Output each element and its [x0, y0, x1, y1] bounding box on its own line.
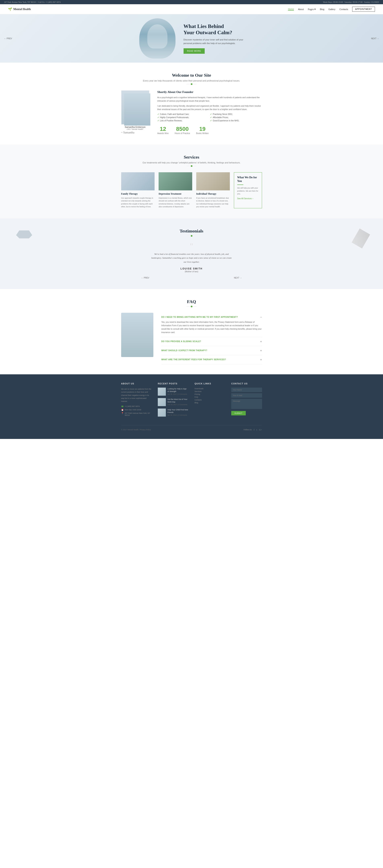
footer-post-1: Looking for Help is Sign of Strength Apr… [158, 388, 189, 396]
footer-address: 📍 267 Park Avenue New York, NY 90210 [121, 412, 152, 416]
about-para2: I am dedicated to being friendly, discip… [157, 104, 262, 111]
founder-image-outer [121, 90, 149, 125]
about-checkmarks: Culture, Faith and Spiritual Care; Pract… [157, 113, 262, 122]
twitter-icon[interactable]: t [256, 429, 257, 431]
faq-item-3: WHAT SHOULD I EXPECT FROM THERAPY? + [161, 346, 262, 355]
stat-awards: 12 Awards Won [157, 126, 169, 134]
faq-minus-icon: − [260, 316, 262, 319]
welcome-divider [187, 84, 197, 84]
testimonials-divider [187, 236, 197, 236]
footer-bottom: © 2017 Mental Health. Privacy Policy Fol… [121, 425, 262, 431]
check-2: Practising Since 2001; [210, 113, 262, 115]
about-content: Shortly About Our Founder As a psycholog… [157, 90, 262, 134]
faq-container: DO I NEED TO BRING ANYTHING WITH ME TO M… [121, 313, 262, 364]
nav-blog[interactable]: Blog [320, 8, 324, 10]
stat-hours-num: 8500 [175, 126, 190, 132]
footer-link-blog[interactable]: Blog [195, 402, 225, 404]
nav-about[interactable]: About [298, 8, 304, 10]
post-title-3[interactable]: Help Your Child Find New Friends [167, 408, 189, 413]
logo[interactable]: 🌱 Mental Health [8, 7, 31, 11]
what-we-do-divider [237, 185, 243, 185]
logo-text: Mental Health [13, 8, 31, 11]
appointment-button[interactable]: APPOINTMENT [352, 7, 375, 12]
footer-email-input[interactable] [231, 393, 262, 398]
footer-link-downloads[interactable]: Downloads [195, 388, 225, 390]
hero-next-button[interactable]: NEXT → [371, 37, 379, 40]
nav-home[interactable]: Home [288, 8, 294, 11]
footer-form: SUBMIT [231, 388, 262, 415]
nav-gallery[interactable]: Gallery [328, 8, 336, 10]
phone-icon: ☎ [121, 405, 124, 407]
footer-link-contacts[interactable]: Contacts [195, 399, 225, 401]
services-grid: Family Therapy Our approach towards coup… [121, 172, 262, 208]
footer-submit-button[interactable]: SUBMIT [231, 411, 246, 415]
hero-subtitle: Discover mysteries of your inner self an… [184, 38, 244, 45]
faq-divider [187, 306, 197, 307]
faq-image [121, 313, 153, 357]
hero-image [139, 18, 175, 59]
what-we-do-card: What We Do for You We will help you with… [234, 172, 262, 208]
chevron-down-icon: ▾ [314, 8, 316, 11]
check-4: Affordable Prices; [210, 116, 262, 119]
copyright-text: © 2017 Mental Health. Privacy Policy [121, 429, 151, 431]
footer-link-services[interactable]: Services [195, 391, 225, 393]
footer-contact-col: CONTACT US SUBMIT [231, 382, 262, 419]
testimonial-role: (Mother of two) [8, 271, 375, 273]
googleplus-icon[interactable]: G+ [259, 429, 262, 431]
post-thumb-3 [158, 408, 166, 416]
hero-prev-button[interactable]: ← PREV [4, 37, 12, 40]
stat-hours: 8500 Hours of Practice [175, 126, 190, 134]
post-info-2: Get the Most Out of Your Work Day Feb 18… [167, 398, 189, 406]
founder-image-wrap: Samantha Emberson CEO "Mental Health" ~ … [121, 90, 149, 134]
footer-contact-title: CONTACT US [231, 382, 262, 385]
stat-awards-num: 12 [157, 126, 169, 132]
check-3: Highly Competent Professionals; [157, 116, 209, 119]
faq-question-2[interactable]: DO YOU PROVIDE A SLIDING SCALE? + [161, 340, 262, 343]
faq-question-1[interactable]: DO I NEED TO BRING ANYTHING WITH ME TO M… [161, 316, 262, 319]
services-title: Services [8, 155, 375, 160]
footer-message-input[interactable] [231, 399, 262, 409]
about-title: Shortly About Our Founder [157, 90, 262, 94]
service-family-image [121, 172, 155, 190]
faq-plus-icon-3: + [260, 349, 262, 352]
welcome-section: Welcome to Our Site Every year we help t… [0, 63, 383, 145]
clock-icon: ⏰ [121, 409, 124, 411]
post-title-1[interactable]: Looking for Help is Sign of Strength [167, 388, 189, 393]
footer-grid: ABOUT US We aim to move our patients fro… [121, 382, 262, 419]
hero-read-more-button[interactable]: READ MORE [184, 48, 205, 54]
stat-books-num: 19 [196, 126, 209, 132]
footer-link-faq[interactable]: FAQ [195, 396, 225, 398]
hero-content: What Lies BehindYour Outward Calm? Disco… [184, 23, 244, 54]
post-date-2: Feb 18, 2017 | 2 Comments [167, 404, 189, 405]
faq-item-2: DO YOU PROVIDE A SLIDING SCALE? + [161, 337, 262, 346]
service-depression-desc: Depression is a mental illness, which on… [159, 197, 192, 208]
nav-pages[interactable]: Pages ▾ [308, 8, 316, 11]
footer-name-input[interactable] [231, 388, 262, 392]
service-depression-image [159, 172, 192, 190]
footer-post-3: Help Your Child Find New Friends Apr 09,… [158, 408, 189, 416]
testimonial-prev-button[interactable]: ← PREV [141, 277, 149, 279]
facebook-icon[interactable]: f [254, 429, 255, 431]
footer-posts-col: RECENT POSTS Looking for Help is Sign of… [158, 382, 189, 419]
see-all-services-link[interactable]: See All Services [237, 197, 259, 199]
nav-contacts[interactable]: Contacts [339, 8, 348, 10]
post-title-2[interactable]: Get the Most Out of Your Work Day [167, 398, 189, 403]
service-individual: Individual Therapy If you have an emotio… [196, 172, 230, 208]
faq-title: FAQ [8, 299, 375, 304]
footer-links-col: QUICK LINKS Downloads Services Pricing F… [195, 382, 225, 419]
check-1: Culture, Faith and Spiritual Care; [157, 113, 209, 115]
footer-link-pricing[interactable]: Pricing [195, 393, 225, 395]
top-bar: 267 Park Avenue New York, NY 90210 | Cal… [0, 0, 383, 4]
hero-title: What Lies BehindYour Outward Calm? [184, 23, 244, 36]
service-family-desc: Our approach towards couple therapy is o… [121, 197, 155, 208]
footer: ABOUT US We aim to move our patients fro… [0, 374, 383, 439]
services-subtitle: Our treatments will help you change 'unh… [8, 161, 375, 164]
stat-hours-label: Hours of Practice [175, 132, 190, 134]
main-nav: Home About Pages ▾ Blog Gallery Contacts… [288, 7, 375, 12]
stat-books-label: Books Written [196, 132, 209, 134]
faq-question-3[interactable]: WHAT SHOULD I EXPECT FROM THERAPY? + [161, 349, 262, 352]
faq-question-4[interactable]: WHAT ARE THE DIFFERENT FEES FOR THERAPY … [161, 358, 262, 361]
testimonial-next-button[interactable]: NEXT → [234, 277, 242, 279]
testimonials-deco-left [16, 230, 32, 239]
footer-hours: ⏰ Mon-Sat: 9:00-19:00 [121, 409, 152, 411]
